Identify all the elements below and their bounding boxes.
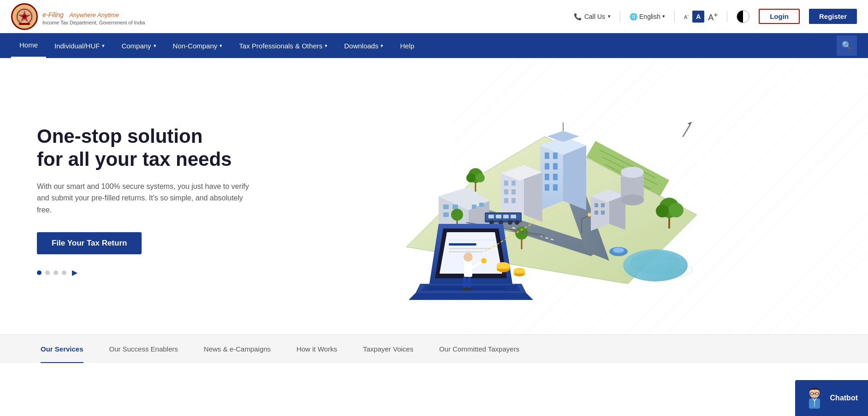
contrast-toggle[interactable] — [737, 10, 749, 23]
svg-rect-95 — [449, 243, 476, 246]
svg-rect-106 — [463, 277, 466, 288]
svg-point-112 — [497, 262, 510, 269]
svg-rect-27 — [443, 212, 449, 217]
svg-rect-38 — [545, 163, 549, 170]
font-decrease-button[interactable]: A- — [684, 13, 689, 20]
svg-point-105 — [481, 258, 487, 264]
svg-rect-83 — [503, 215, 509, 218]
svg-point-103 — [464, 252, 473, 262]
nav-item-help[interactable]: Help — [392, 33, 422, 58]
svg-marker-119 — [688, 122, 692, 125]
svg-point-67 — [476, 173, 485, 182]
tab-committed-taxpayers[interactable]: Our Committed Taxpayers — [426, 335, 532, 363]
hero-section: One-stop solution for all your tax needs… — [0, 58, 868, 334]
svg-point-75 — [451, 209, 463, 221]
call-us-chevron: ▾ — [608, 13, 611, 19]
language-dropdown[interactable]: 🌐 English ▾ — [630, 13, 665, 20]
tab-taxpayer-voices[interactable]: Taxpayer Voices — [350, 335, 426, 363]
svg-rect-8 — [19, 23, 30, 25]
font-normal-button[interactable]: A — [692, 11, 704, 23]
header-controls: 📞 Call Us ▾ 🌐 English ▾ A- A A+ Login Re… — [574, 9, 857, 24]
dot-4[interactable] — [62, 270, 66, 275]
carousel-next-arrow[interactable]: ▶ — [72, 268, 77, 277]
logo-tagline: Anywhere Anytime — [69, 12, 119, 18]
hero-illustration — [258, 86, 831, 316]
nav-item-tax-professionals[interactable]: Tax Professionals & Others ▾ — [231, 33, 336, 58]
dot-2[interactable] — [45, 270, 50, 275]
tab-news-ecampaigns[interactable]: News & e-Campaigns — [191, 335, 284, 363]
svg-rect-30 — [479, 203, 484, 207]
svg-rect-52 — [511, 198, 516, 203]
svg-rect-36 — [545, 152, 549, 159]
svg-point-88 — [515, 220, 519, 225]
city-scene — [383, 90, 706, 311]
logo-area[interactable]: e-Filing Anywhere Anytime Income Tax Dep… — [11, 3, 145, 30]
svg-rect-56 — [595, 203, 598, 207]
svg-point-78 — [588, 213, 591, 217]
divider-2 — [674, 11, 675, 22]
nav-item-individual[interactable]: Individual/HUF ▾ — [46, 33, 113, 58]
svg-point-21 — [613, 247, 624, 253]
nav-item-downloads[interactable]: Downloads ▾ — [336, 33, 392, 58]
chevron-downloads: ▾ — [380, 43, 383, 49]
bottom-section-tabs: Our Services Our Success Enablers News &… — [0, 334, 868, 363]
tab-how-it-works[interactable]: How it Works — [284, 335, 350, 363]
dot-1[interactable] — [37, 270, 42, 275]
call-us-label: Call Us — [584, 13, 605, 20]
language-chevron: ▾ — [662, 13, 665, 19]
svg-rect-37 — [553, 152, 558, 159]
svg-marker-101 — [409, 293, 533, 300]
site-header: e-Filing Anywhere Anytime Income Tax Dep… — [0, 0, 868, 33]
globe-icon: 🌐 — [630, 13, 637, 20]
svg-rect-48 — [511, 181, 516, 186]
phone-icon: 📞 — [574, 13, 582, 20]
main-navbar: Home Individual/HUF ▾ Company ▾ Non-Comp… — [0, 33, 868, 58]
dot-3[interactable] — [54, 270, 58, 275]
svg-point-109 — [467, 287, 472, 290]
svg-rect-50 — [511, 189, 516, 194]
font-increase-button[interactable]: A+ — [708, 11, 718, 23]
login-button[interactable]: Login — [759, 9, 800, 24]
nav-item-home[interactable]: Home — [11, 33, 46, 58]
svg-line-118 — [683, 125, 690, 136]
svg-rect-59 — [601, 211, 605, 215]
svg-rect-41 — [553, 174, 558, 180]
chevron-individual: ▾ — [102, 43, 105, 49]
svg-rect-39 — [553, 163, 558, 170]
svg-rect-43 — [553, 184, 558, 191]
chevron-company: ▾ — [154, 43, 156, 49]
nav-search-button[interactable]: 🔍 — [837, 35, 857, 56]
svg-rect-96 — [449, 248, 490, 249]
svg-rect-97 — [449, 251, 483, 252]
svg-rect-42 — [545, 184, 549, 191]
logo-subtitle: Income Tax Department, Government of Ind… — [42, 20, 145, 25]
emblem-logo — [11, 3, 38, 30]
search-icon: 🔍 — [842, 41, 852, 51]
register-button[interactable]: Register — [809, 9, 857, 24]
svg-rect-29 — [472, 205, 476, 209]
language-label: English — [639, 13, 660, 20]
svg-point-108 — [462, 287, 467, 290]
chevron-tax-professionals: ▾ — [325, 43, 327, 49]
logo-efiling: e-Filing Anywhere Anytime — [42, 8, 145, 20]
nav-item-noncompany[interactable]: Non-Company ▾ — [165, 33, 231, 58]
svg-rect-26 — [452, 205, 458, 209]
svg-point-73 — [669, 203, 684, 217]
svg-rect-57 — [601, 203, 605, 207]
svg-rect-51 — [504, 198, 508, 203]
divider-1 — [620, 11, 620, 22]
tab-our-services[interactable]: Our Services — [28, 335, 96, 363]
tab-success-enablers[interactable]: Our Success Enablers — [96, 335, 191, 363]
svg-point-63 — [621, 167, 644, 178]
call-us-dropdown[interactable]: 📞 Call Us ▾ — [574, 13, 611, 20]
file-tax-return-button[interactable]: File Your Tax Return — [37, 232, 142, 254]
svg-rect-47 — [504, 181, 508, 186]
svg-rect-49 — [504, 189, 508, 194]
nav-item-company[interactable]: Company ▾ — [113, 33, 164, 58]
logo-text: e-Filing Anywhere Anytime Income Tax Dep… — [42, 8, 145, 25]
hero-subtitle: With our smart and 100% secure systems, … — [37, 181, 258, 216]
svg-rect-107 — [468, 277, 471, 288]
svg-point-72 — [656, 205, 669, 217]
svg-rect-58 — [595, 211, 598, 215]
nav-items-list: Home Individual/HUF ▾ Company ▾ Non-Comp… — [11, 33, 837, 58]
